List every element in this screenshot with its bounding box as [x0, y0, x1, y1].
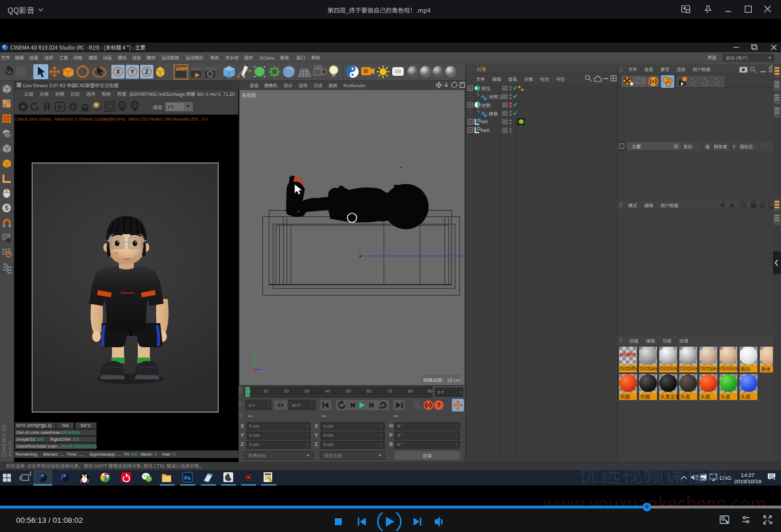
- svg-text:Supreme: Supreme: [121, 291, 134, 294]
- svg-text:CINEMA 4D: CINEMA 4D: [1, 424, 7, 457]
- svg-text:S: S: [5, 205, 9, 211]
- svg-text:ren: ren: [481, 119, 488, 125]
- svg-text:↕: ↕: [267, 403, 269, 407]
- svg-text:90 F: 90 F: [292, 403, 301, 408]
- svg-text:30: 30: [304, 389, 310, 394]
- svg-text:Z: Z: [145, 69, 148, 75]
- svg-text:40: 40: [325, 389, 330, 394]
- svg-text:70: 70: [387, 389, 392, 394]
- svg-text:20: 20: [284, 389, 289, 394]
- svg-text:MAXON: MAXON: [7, 441, 13, 457]
- svg-text:2019/10/18: 2019/10/18: [734, 478, 761, 484]
- svg-text:↕: ↕: [311, 403, 313, 407]
- svg-text:14:27: 14:27: [741, 472, 755, 478]
- svg-text:80: 80: [408, 389, 413, 394]
- svg-text:ENG: ENG: [720, 475, 732, 481]
- svg-text:10: 10: [263, 389, 268, 394]
- svg-text:90: 90: [427, 389, 432, 394]
- svg-text:P: P: [121, 103, 123, 108]
- svg-text:?: ?: [437, 402, 440, 409]
- svg-text:0 F: 0 F: [249, 403, 256, 408]
- svg-text:PT: PT: [168, 104, 174, 110]
- svg-text:Y: Y: [130, 69, 134, 75]
- svg-text:Ps: Ps: [184, 475, 191, 481]
- svg-text:60: 60: [366, 389, 372, 394]
- svg-text:0: 0: [248, 389, 251, 394]
- svg-text:Z: Z: [264, 368, 266, 372]
- svg-text:X: X: [116, 69, 120, 75]
- svg-text:R: R: [57, 104, 62, 111]
- svg-text:50: 50: [346, 389, 351, 394]
- svg-text:hezi: hezi: [481, 127, 490, 133]
